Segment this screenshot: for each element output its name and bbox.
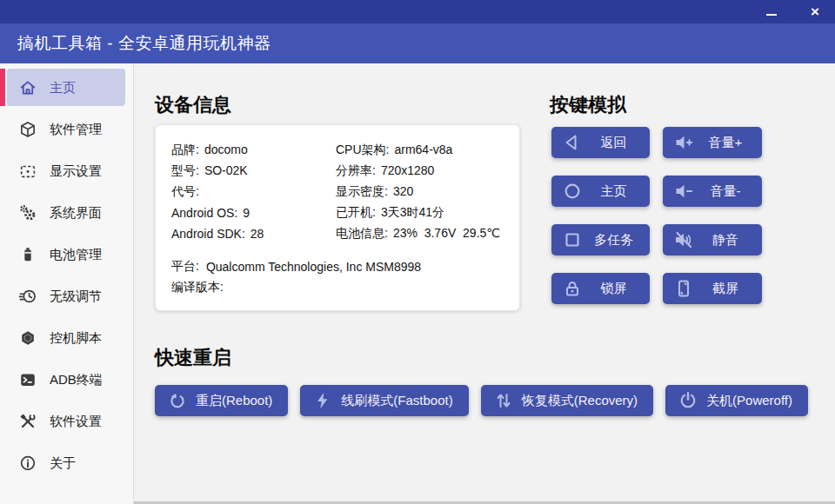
sidebar-item-label: 系统界面 xyxy=(50,205,102,222)
button-label: 锁屏 xyxy=(583,281,645,297)
button-label: 截屏 xyxy=(694,281,757,297)
package-icon xyxy=(18,120,37,139)
field-label: 编译版本: xyxy=(171,280,224,295)
sidebar-item-adb-terminal[interactable]: ADB终端 xyxy=(0,359,133,401)
field-label: Android SDK: xyxy=(171,227,245,241)
field-value: 28 xyxy=(250,227,264,241)
device-info-row: Android OS:9 已开机:3天3时41分 xyxy=(171,202,504,223)
home-button[interactable]: 主页 xyxy=(551,176,650,207)
mute-icon xyxy=(673,229,694,250)
device-info-row: 代号: 显示密度:320 xyxy=(171,182,504,202)
close-button[interactable]: × xyxy=(800,0,830,23)
titlebar: × xyxy=(0,0,835,23)
sidebar-item-label: 软件管理 xyxy=(50,122,102,138)
button-label: 多任务 xyxy=(583,232,645,249)
sidebar-item-control-script[interactable]: 控机脚本 xyxy=(0,317,133,359)
volume-up-icon xyxy=(673,132,694,153)
sidebar-item-app-settings[interactable]: 软件设置 xyxy=(0,401,133,442)
sidebar-item-label: 主页 xyxy=(50,80,76,96)
lock-screen-button[interactable]: 锁屏 xyxy=(551,273,650,304)
about-icon xyxy=(18,454,37,473)
field-label: 已开机: xyxy=(336,205,376,219)
sidebar-item-label: 无级调节 xyxy=(50,288,102,305)
sidebar-item-label: 电池管理 xyxy=(50,247,102,263)
reboot-icon xyxy=(167,390,188,411)
sidebar-item-label: 控机脚本 xyxy=(50,330,102,347)
back-button[interactable]: 返回 xyxy=(551,127,650,158)
hexagon-icon xyxy=(18,328,37,348)
speed-clock-icon xyxy=(18,287,37,306)
sidebar: 主页 软件管理 显示设置 xyxy=(0,63,134,504)
field-label: 品牌: xyxy=(171,143,199,156)
recovery-button[interactable]: 恢复模式(Recovery) xyxy=(481,385,653,416)
field-value: arm64-v8a xyxy=(394,143,452,156)
sidebar-item-label: 软件设置 xyxy=(50,414,102,430)
device-info-row: 平台: Qualcomm Technologies, Inc MSM8998 xyxy=(171,256,504,277)
poweroff-icon xyxy=(678,390,698,411)
field-label: 显示密度: xyxy=(336,184,388,198)
home-icon xyxy=(18,78,37,97)
fastboot-icon xyxy=(312,390,333,411)
multitask-icon xyxy=(562,229,583,250)
sidebar-item-label: 关于 xyxy=(50,455,76,472)
poweroff-button[interactable]: 关机(Poweroff) xyxy=(665,385,808,416)
close-icon: × xyxy=(811,3,819,21)
volume-up-button[interactable]: 音量+ xyxy=(663,127,762,158)
display-icon xyxy=(18,162,37,181)
field-value: Qualcomm Technologies, Inc MSM8998 xyxy=(206,260,421,274)
screenshot-button[interactable]: 截屏 xyxy=(663,273,762,304)
battery-icon xyxy=(18,245,37,264)
sidebar-item-display-settings[interactable]: 显示设置 xyxy=(0,150,133,192)
button-label: 返回 xyxy=(583,135,645,151)
lock-icon xyxy=(562,278,583,299)
field-label: 分辨率: xyxy=(336,163,376,177)
device-info-row: 型号:SO-02K 分辨率:720x1280 xyxy=(171,161,504,182)
quick-reboot-row: 重启(Reboot) 线刷模式(Fastboot) xyxy=(155,385,808,416)
button-label: 关机(Poweroff) xyxy=(706,393,792,409)
app-header: 搞机工具箱 - 全安卓通用玩机神器 xyxy=(0,23,835,63)
mute-button[interactable]: 静音 xyxy=(663,224,762,255)
quick-reboot-heading: 快速重启 xyxy=(155,345,231,371)
device-info-row: 编译版本: xyxy=(171,277,504,298)
field-value: 3天3时41分 xyxy=(381,205,444,219)
gears-icon xyxy=(18,203,37,222)
field-label: CPU架构: xyxy=(336,143,389,156)
multitask-button[interactable]: 多任务 xyxy=(551,224,650,255)
minimize-icon xyxy=(766,14,777,16)
sidebar-item-about[interactable]: 关于 xyxy=(0,442,133,484)
sidebar-item-label: 显示设置 xyxy=(50,163,102,180)
field-label: 电池信息: xyxy=(336,226,388,240)
recovery-icon xyxy=(493,390,514,411)
fastboot-button[interactable]: 线刷模式(Fastboot) xyxy=(300,385,468,416)
back-icon xyxy=(562,132,583,153)
button-label: 主页 xyxy=(583,183,645,200)
device-info-heading: 设备信息 xyxy=(155,92,231,118)
device-info-card: 品牌:docomo CPU架构:arm64-v8a 型号:SO-02K 分辨率:… xyxy=(155,124,520,311)
field-value: 23% 3.76V 29.5℃ xyxy=(393,226,500,240)
sidebar-item-home[interactable]: 主页 xyxy=(0,67,133,109)
volume-down-button[interactable]: 音量- xyxy=(663,176,762,207)
field-value: SO-02K xyxy=(204,163,248,177)
button-label: 静音 xyxy=(694,232,757,249)
sidebar-item-stepless-tuning[interactable]: 无级调节 xyxy=(0,275,133,317)
volume-down-icon xyxy=(673,181,694,202)
button-label: 音量- xyxy=(694,183,757,200)
main-content: 设备信息 按键模拟 快速重启 品牌:docomo CPU架构:arm64-v8a… xyxy=(134,63,835,504)
terminal-icon xyxy=(18,370,37,389)
sidebar-item-system-ui[interactable]: 系统界面 xyxy=(0,192,133,234)
home-circle-icon xyxy=(562,181,583,202)
reboot-button[interactable]: 重启(Reboot) xyxy=(155,385,288,416)
tools-icon xyxy=(18,412,37,431)
screenshot-icon xyxy=(673,278,694,299)
field-value: 9 xyxy=(243,206,250,220)
device-info-row: Android SDK:28 电池信息:23% 3.76V 29.5℃ xyxy=(171,223,504,244)
device-info-row: 品牌:docomo CPU架构:arm64-v8a xyxy=(171,140,504,161)
app-title: 搞机工具箱 - 全安卓通用玩机神器 xyxy=(17,32,271,55)
minimize-button[interactable] xyxy=(757,0,786,23)
sidebar-item-app-manage[interactable]: 软件管理 xyxy=(0,109,133,150)
sidebar-item-battery[interactable]: 电池管理 xyxy=(0,234,133,275)
key-simulation-grid: 返回 音量+ xyxy=(551,127,762,304)
field-value: 320 xyxy=(393,184,413,198)
field-label: 平台: xyxy=(171,259,199,275)
button-label: 线刷模式(Fastboot) xyxy=(341,393,452,409)
